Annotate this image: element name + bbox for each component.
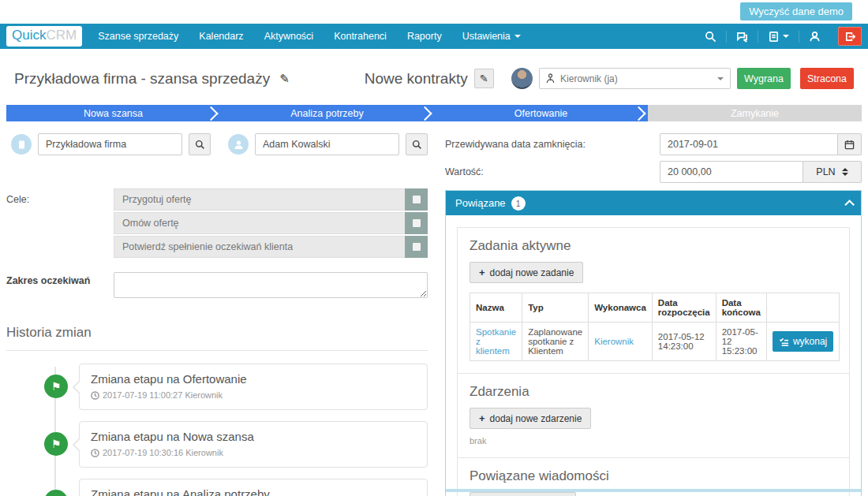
add-event-button[interactable]: + dodaj nowe zdarzenie — [470, 408, 591, 429]
related-panel-header[interactable]: Powiązane 1 — [446, 191, 861, 215]
edit-title-icon[interactable]: ✎ — [279, 72, 290, 86]
goal-item: Potwierdź spełnienie oczekiwań klienta — [114, 236, 428, 258]
stage-nowa-szansa[interactable]: Nowa szansa — [6, 105, 220, 121]
add-task-button[interactable]: + dodaj nowe zadanie — [470, 262, 583, 283]
tasks-table: Nazwa Typ Wykonawca Data rozpoczęcia Dat… — [470, 293, 840, 361]
goals-label: Cele: — [6, 188, 114, 258]
chevron-up-icon — [844, 200, 855, 210]
col-header-assignee: Wykonawca — [589, 293, 653, 323]
won-button[interactable]: Wygrana — [737, 68, 791, 89]
col-header-name: Nazwa — [470, 293, 522, 323]
company-icon — [11, 134, 32, 155]
contact-input[interactable] — [255, 133, 399, 155]
goal-toggle-button[interactable] — [405, 236, 428, 258]
nav-item-activities[interactable]: Aktywności — [264, 31, 314, 42]
history-card: Zmiana etapu na Ofertowanie 2017-07-19 1… — [79, 364, 428, 410]
search-icon[interactable] — [695, 31, 726, 43]
messages-icon[interactable] — [726, 31, 758, 43]
execute-task-label: wykonaj — [793, 336, 827, 347]
nav-item-sales-opportunities[interactable]: Szanse sprzedaży — [98, 31, 178, 42]
execute-task-button[interactable]: wykonaj — [773, 331, 833, 352]
checklist-icon — [779, 337, 789, 347]
related-messages-title: Powiązane wiadomości — [470, 468, 837, 484]
add-event-label: dodaj nowe zdarzenie — [490, 413, 582, 424]
checkbox-icon — [413, 196, 421, 203]
related-panel: Powiązane 1 Zadania aktywne + dodaj nowe… — [445, 190, 862, 496]
chevron-down-icon — [717, 77, 724, 80]
stage-analiza-potrzeby[interactable]: Analiza potrzeby — [220, 105, 434, 121]
history-card: Zmiana etapu na Analiza potrzeby 2017-07… — [79, 479, 428, 496]
events-section: Zdarzenia + dodaj nowe zdarzenie brak — [457, 374, 850, 458]
goal-toggle-button[interactable] — [405, 212, 428, 234]
history-entry-title: Zmiana etapu na Nowa szansa — [91, 430, 416, 443]
clock-icon — [91, 449, 99, 457]
related-panel-title: Powiązane — [455, 197, 506, 209]
related-count-badge: 1 — [511, 196, 526, 211]
notes-dropdown-icon[interactable] — [758, 31, 799, 43]
stage-progress-bar: Nowa szansa Analiza potrzeby Ofertowanie… — [6, 105, 862, 121]
logout-button[interactable] — [838, 27, 862, 46]
send-message-button[interactable]: wyślij wiadomość — [470, 492, 576, 496]
logo-secondary: CRM — [46, 28, 77, 43]
owner-select[interactable]: Kierownik (ja) — [539, 68, 731, 89]
contact-search-button[interactable] — [406, 133, 428, 155]
task-end-cell: 2017-05-12 15:23:00 — [716, 323, 766, 361]
task-type-cell: Zaplanowane spotkanie z Klientem — [522, 323, 589, 361]
clear-demo-button[interactable]: Wyczyść dane demo — [740, 2, 852, 21]
person-icon — [546, 73, 555, 84]
left-column: Cele: Przygotuj ofertę Omów ofertę Potwi… — [6, 121, 428, 496]
task-assignee-link[interactable]: Kierownik — [594, 337, 634, 346]
logo-primary: Quick — [12, 28, 46, 43]
goal-toggle-button[interactable] — [405, 188, 428, 211]
col-header-actions — [766, 293, 839, 323]
checkbox-icon — [413, 243, 421, 251]
nav-item-settings-label: Ustawienia — [462, 31, 511, 42]
goal-item: Omów ofertę — [114, 212, 428, 234]
goal-item: Przygotuj ofertę — [114, 188, 428, 211]
chevron-down-icon — [783, 35, 789, 38]
events-empty-text: brak — [470, 436, 837, 446]
task-name-link[interactable]: Spotkanie z klientem — [476, 327, 516, 356]
calendar-button[interactable] — [838, 133, 862, 155]
page-title: Przykładowa firma - szansa sprzedaży — [14, 70, 270, 88]
tasks-table-header-row: Nazwa Typ Wykonawca Data rozpoczęcia Dat… — [470, 293, 840, 323]
expectations-section: Zakres oczekiwań — [6, 272, 428, 298]
value-input[interactable] — [660, 161, 803, 183]
lost-button[interactable]: Stracona — [800, 68, 854, 89]
history-entry-timestamp: 2017-07-19 11:00:27 Kierownik — [103, 390, 223, 400]
history-entry-timestamp: 2017-07-19 10:30:16 Kierownik — [103, 448, 223, 457]
contact-icon — [228, 134, 249, 155]
nav-item-contractors[interactable]: Kontrahenci — [334, 31, 387, 42]
nav-item-settings[interactable]: Ustawienia — [462, 31, 521, 42]
history-entry: ⚑ Zmiana etapu na Analiza potrzeby 2017-… — [79, 479, 428, 496]
nav-item-calendar[interactable]: Kalendarz — [199, 31, 243, 42]
task-start-cell: 2017-05-12 14:23:00 — [652, 323, 716, 361]
close-date-row: Przewidywana data zamknięcia: — [445, 133, 862, 155]
close-date-input[interactable] — [660, 133, 838, 155]
edit-group-button[interactable]: ✎ — [474, 69, 494, 88]
owner-controls: Kierownik (ja) Wygrana Stracona — [511, 68, 854, 89]
nav-item-reports[interactable]: Raporty — [407, 31, 442, 42]
table-row: Spotkanie z klientem Zaplanowane spotkan… — [470, 323, 840, 361]
demo-strip: Wyczyść dane demo — [0, 0, 868, 24]
flag-icon: ⚑ — [44, 375, 68, 398]
expectations-textarea[interactable] — [114, 272, 428, 298]
page-header: Przykładowa firma - szansa sprzedaży ✎ N… — [0, 49, 868, 105]
stage-zamykanie[interactable]: Zamykanie — [648, 105, 862, 121]
goals-list: Przygotuj ofertę Omów ofertę Potwierdź s… — [114, 188, 428, 258]
related-panel-body: Zadania aktywne + dodaj nowe zadanie Naz… — [446, 215, 861, 496]
app-logo[interactable]: QuickCRM — [6, 26, 82, 47]
collapsed-panel-bar[interactable] — [446, 489, 861, 492]
history-entry-meta: 2017-07-19 10:30:16 Kierownik — [91, 448, 416, 457]
company-search-button[interactable] — [189, 133, 211, 155]
history-timeline: ⚑ Zmiana etapu na Ofertowanie 2017-07-19… — [6, 364, 428, 496]
stage-ofertowanie[interactable]: Ofertowanie — [434, 105, 648, 121]
clock-icon — [91, 391, 99, 400]
close-date-label: Przewidywana data zamknięcia: — [445, 139, 660, 150]
currency-select[interactable]: PLN — [803, 161, 862, 183]
lookup-row — [6, 133, 428, 155]
company-input[interactable] — [38, 133, 182, 155]
expectations-label: Zakres oczekiwań — [6, 272, 114, 298]
user-icon[interactable] — [799, 31, 830, 43]
close-date-group — [660, 133, 862, 155]
